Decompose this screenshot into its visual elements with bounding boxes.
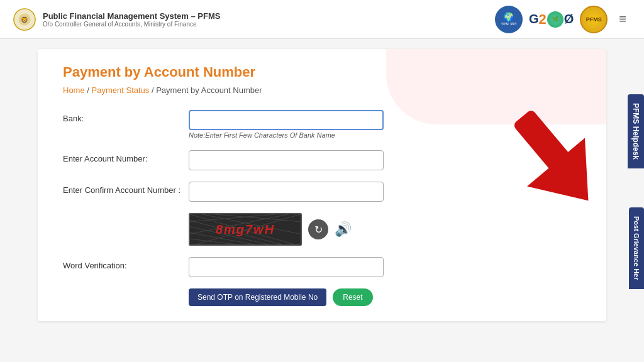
svg-rect-14 [513,109,576,178]
breadcrumb-payment-status[interactable]: Payment Status [92,85,150,95]
bank-field-wrapper: Note:Enter First Few Characters Of Bank … [189,110,402,139]
header-logos: 🌍 स्वच्छ भारत G 2 🌿 Ø PFMS ≡ [495,6,631,33]
buttons-row: Send OTP on Registered Mobile No Reset [189,288,581,306]
g20-badge: G 2 🌿 Ø [529,11,574,28]
main-content: Payment by Account Number Home / Payment… [38,49,606,321]
account-number-field [189,150,402,170]
arrow-indicator-icon [493,99,619,225]
captcha-audio-button[interactable]: 🔊 [335,221,352,238]
confirm-account-label: Enter Confirm Account Number : [63,182,189,195]
account-number-row: Enter Account Number: [63,150,402,170]
org-subtitle: O/o Controller General of Accounts, Mini… [43,21,220,28]
emblem-icon: 🦁 [13,8,36,31]
breadcrumb-sep1: / [87,85,91,95]
captcha-image: 8mg7wH [189,213,302,246]
bank-note: Note:Enter First Few Characters Of Bank … [189,131,402,139]
header-text-block: Public Financial Management System – PFM… [43,11,220,28]
word-verification-input[interactable] [189,257,384,277]
reset-button[interactable]: Reset [333,288,372,306]
pfms-helpdesk-tab[interactable]: PFMS Helpdesk [628,94,644,168]
swachh-bharat-logo: 🌍 स्वच्छ भारत [495,6,523,33]
word-verification-label: Word Verification: [63,257,189,270]
org-name: Public Financial Management System – PFM… [43,11,220,21]
word-verification-row: Word Verification: [63,257,402,277]
account-number-label: Enter Account Number: [63,150,189,163]
confirm-account-row: Enter Confirm Account Number : [63,182,402,202]
header-left: 🦁 Public Financial Management System – P… [13,8,220,31]
confirm-account-field [189,182,402,202]
hamburger-menu[interactable]: ≡ [614,9,631,29]
captcha-row: 8mg7wH ↻ 🔊 [189,213,581,246]
word-verification-field [189,257,402,277]
breadcrumb-current: Payment by Account Number [156,85,262,95]
send-otp-button[interactable]: Send OTP on Registered Mobile No [189,288,326,306]
captcha-refresh-button[interactable]: ↻ [308,219,328,239]
svg-marker-15 [527,138,617,224]
account-number-input[interactable] [189,150,384,170]
bank-label: Bank: [63,110,189,123]
header: 🦁 Public Financial Management System – P… [0,0,644,39]
page-title: Payment by Account Number [63,64,581,80]
bank-row: Bank: Note:Enter First Few Characters Of… [63,110,402,139]
post-grievance-tab[interactable]: Post Grievance Her [629,207,644,289]
captcha-text: 8mg7wH [216,222,275,237]
breadcrumb: Home / Payment Status / Payment by Accou… [63,85,581,95]
bank-input[interactable] [189,110,384,130]
form-section: Bank: Note:Enter First Few Characters Of… [63,110,402,202]
confirm-account-input[interactable] [189,182,384,202]
pfms-gold-badge: PFMS [580,6,608,33]
breadcrumb-home[interactable]: Home [63,85,85,95]
svg-text:🦁: 🦁 [21,16,28,23]
